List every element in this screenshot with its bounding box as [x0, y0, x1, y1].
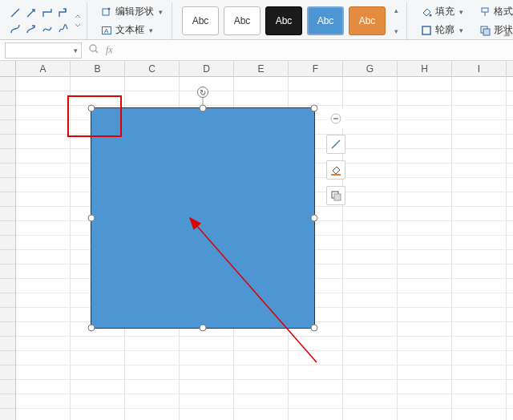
format-painter-label: 格式刷: [494, 5, 513, 18]
chevron-down-icon: ▾: [159, 8, 163, 16]
shape-styles-group: Abc Abc Abc Abc Abc ▴ ▾: [177, 2, 407, 39]
format-group: 填充 ▾ 格式刷 轮廓 ▾ 形状效果 ▾: [412, 2, 513, 39]
style-swatch-3[interactable]: Abc: [265, 6, 302, 35]
curve-arrow-icon[interactable]: [24, 22, 38, 36]
formula-bar: ▾ fx: [0, 40, 513, 61]
outline-label: 轮廓: [435, 23, 454, 37]
format-painter-icon: [479, 6, 491, 18]
sheet-area: A B C D E F G H I ↻: [0, 61, 513, 420]
search-icon[interactable]: [88, 43, 99, 57]
name-box[interactable]: ▾: [5, 42, 82, 59]
chevron-down-icon: ▾: [149, 26, 153, 34]
text-box-label: 文本框: [115, 23, 144, 37]
edit-shape-icon: [101, 6, 112, 18]
svg-rect-7: [482, 8, 488, 12]
edit-group: 编辑形状 ▾ A 文本框 ▾: [92, 2, 172, 39]
svg-point-6: [430, 14, 432, 16]
edit-shape-label: 编辑形状: [115, 5, 154, 18]
svg-text:A: A: [104, 27, 109, 34]
style-swatch-4[interactable]: Abc: [307, 6, 344, 35]
svg-point-3: [108, 7, 111, 10]
freeform-icon[interactable]: [40, 22, 55, 36]
style-swatch-2[interactable]: Abc: [224, 6, 261, 35]
svg-rect-11: [483, 29, 490, 35]
elbow-connector-icon[interactable]: [40, 6, 55, 20]
line-diag-icon[interactable]: [8, 6, 22, 20]
lines-palette-more[interactable]: [74, 6, 82, 35]
line-arrow-icon[interactable]: [24, 6, 38, 20]
ribbon-dialog-launcher-icon[interactable]: ◢: [503, 28, 510, 37]
shape-effects-icon: [479, 25, 491, 36]
paint-bucket-icon: [421, 6, 432, 18]
ribbon: 编辑形状 ▾ A 文本框 ▾ Abc Abc Abc Abc Abc ▴ ▾: [0, 0, 513, 40]
svg-rect-2: [103, 9, 109, 15]
edit-shape-button[interactable]: 编辑形状 ▾: [97, 3, 167, 20]
scribble-icon[interactable]: [56, 22, 71, 36]
style-swatch-1[interactable]: Abc: [182, 6, 219, 35]
text-box-icon: A: [101, 25, 112, 36]
gallery-more[interactable]: ▴ ▾: [390, 6, 402, 35]
fx-controls: fx: [88, 43, 113, 57]
chevron-down-icon: ▾: [74, 46, 78, 55]
svg-line-1: [27, 10, 34, 17]
chevron-down-icon: ▾: [459, 8, 463, 16]
annotation-red-arrow: [0, 61, 513, 420]
chevron-up-icon: ▴: [390, 6, 402, 14]
style-swatch-5[interactable]: Abc: [349, 6, 386, 35]
text-box-button[interactable]: A 文本框 ▾: [97, 22, 167, 38]
fill-button[interactable]: 填充 ▾: [417, 3, 467, 20]
outline-icon: [421, 25, 432, 36]
format-painter-button[interactable]: 格式刷: [475, 3, 513, 20]
curve-connector-icon[interactable]: [8, 22, 22, 36]
svg-line-20: [190, 218, 317, 362]
svg-rect-9: [422, 26, 430, 34]
fx-label[interactable]: fx: [106, 44, 113, 56]
chevron-down-icon: ▾: [459, 26, 463, 34]
outline-button[interactable]: 轮廓 ▾: [417, 22, 467, 38]
fill-label: 填充: [435, 5, 454, 18]
svg-point-12: [90, 45, 96, 51]
chevron-down-icon: ▾: [390, 27, 402, 35]
svg-line-13: [95, 50, 98, 53]
elbow-arrow-icon[interactable]: [56, 6, 71, 20]
svg-line-0: [11, 9, 19, 17]
shape-style-gallery[interactable]: Abc Abc Abc Abc Abc ▴ ▾: [182, 6, 402, 35]
lines-shapes-group: [3, 2, 87, 39]
lines-palette[interactable]: [8, 6, 71, 36]
